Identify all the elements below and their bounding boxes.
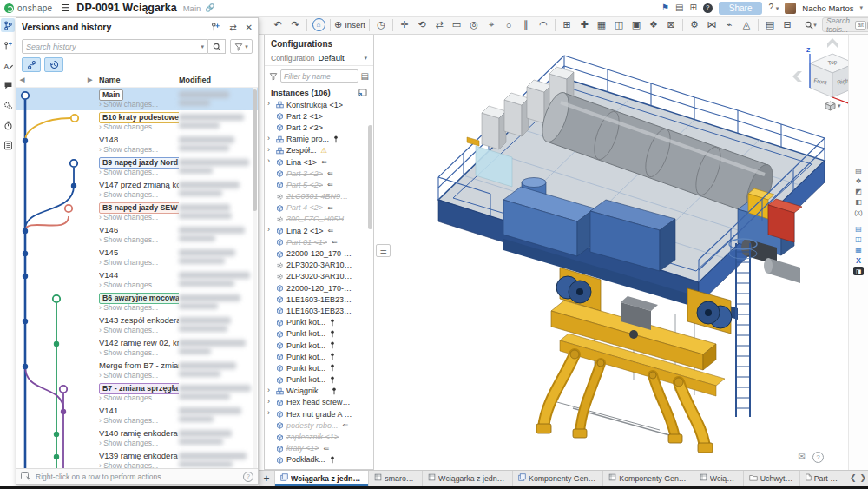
search-history-caret-icon[interactable]: ▾: [201, 43, 204, 50]
ball-mate-icon[interactable]: ○: [501, 17, 516, 33]
version-row[interactable]: V140 ramię enkodera re...› Show changes.…: [16, 426, 258, 449]
instance-row[interactable]: ›Lina <1>⇐: [265, 156, 373, 168]
feedback-icon[interactable]: ✉: [799, 452, 806, 463]
instance-row[interactable]: Part 2 <1>: [265, 110, 373, 122]
pin-slot-mate-icon[interactable]: ⌖: [483, 17, 499, 33]
notifications-icon[interactable]: ⚑: [661, 3, 669, 12]
pattern-icon[interactable]: ▣: [628, 17, 644, 33]
instance-row[interactable]: Punkt kot...: [265, 374, 373, 386]
linear-pattern-icon[interactable]: ▦: [594, 17, 609, 33]
instance-row[interactable]: 22000-120_170-120_17...: [265, 248, 373, 259]
version-row[interactable]: B8 napęd jazdy SEW› Show changes...: [16, 201, 258, 223]
modified-column-header[interactable]: Modified: [179, 76, 211, 84]
release-notes-icon[interactable]: [1, 138, 15, 152]
avatar[interactable]: [785, 3, 796, 14]
bom-icon[interactable]: ⊟: [779, 17, 795, 33]
version-row[interactable]: B9 napęd jazdy Nord› Show changes...: [16, 155, 258, 178]
redo-icon[interactable]: ↷: [287, 17, 303, 33]
show-changes-link[interactable]: › Show changes...: [99, 461, 158, 468]
instance-row[interactable]: ›Hex head screw grade ...: [265, 397, 373, 408]
version-row[interactable]: B6 awaryjne mocowani...› Show changes...: [16, 291, 258, 314]
expand-graph-icon[interactable]: ▶: [88, 76, 92, 83]
app-render-icon[interactable]: ◨: [853, 267, 864, 275]
instances-scrollbar[interactable]: [368, 125, 372, 229]
mate-connector-icon[interactable]: ✚: [576, 17, 592, 33]
instance-row[interactable]: 1LE1603-1EB23-4FB4-...: [265, 305, 373, 316]
new-tab-button[interactable]: +: [259, 471, 274, 486]
collapse-graph-icon[interactable]: ◀: [20, 76, 24, 83]
element-tab[interactable]: Komponenty Genesis - ...: [602, 471, 693, 486]
show-changes-link[interactable]: › Show changes...: [99, 303, 158, 312]
structure-panel-toggle[interactable]: ☰: [376, 244, 391, 257]
graph-view-toggle[interactable]: [22, 57, 41, 72]
parts-list-panel-icon[interactable]: ❖: [852, 177, 865, 186]
comments-icon[interactable]: [1, 78, 15, 92]
version-row[interactable]: V146› Show changes...: [16, 223, 258, 246]
share-button[interactable]: Share: [719, 2, 763, 15]
instance-row[interactable]: ›Konstrukcja <1>: [265, 99, 373, 110]
element-tab[interactable]: Wciągarka z jednym bę...: [274, 471, 368, 486]
instance-row[interactable]: Punkt kot...: [265, 351, 373, 362]
element-tab[interactable]: Wciągarka z jednym bę...: [422, 471, 512, 486]
show-changes-link[interactable]: › Show changes...: [99, 122, 158, 131]
viewport-help-icon[interactable]: ?: [812, 452, 824, 463]
app-document-icon[interactable]: ▤: [852, 225, 865, 234]
screw-relation-icon[interactable]: ⌁: [721, 17, 737, 33]
versions-scrollbar[interactable]: [253, 88, 257, 468]
version-row[interactable]: V143 zespół enkodera re...› Show changes…: [16, 314, 258, 336]
expand-caret-icon[interactable]: ›: [267, 156, 270, 165]
instance-row[interactable]: zaplecznik <1>: [265, 431, 373, 442]
instance-row[interactable]: Punkt kot...: [265, 328, 373, 340]
instance-row[interactable]: Part 5 <2>⇐: [265, 179, 373, 190]
bom-panel-icon[interactable]: ▤: [852, 167, 865, 175]
instance-row[interactable]: 300_FZG_H05H10F50...: [265, 214, 373, 225]
version-row[interactable]: V145› Show changes...: [16, 246, 258, 268]
app-x-icon[interactable]: X: [852, 256, 865, 265]
show-changes-link[interactable]: › Show changes...: [99, 190, 158, 199]
replicate-icon[interactable]: ❖: [646, 17, 661, 33]
instance-row[interactable]: ›Ramię pro...: [265, 134, 373, 145]
gear-relation-icon[interactable]: ⚙: [687, 17, 702, 33]
search-tools-input[interactable]: Search tools... alt c: [822, 17, 868, 32]
slider-mate-icon[interactable]: ⇄: [431, 17, 447, 33]
show-changes-link[interactable]: › Show changes...: [99, 145, 158, 154]
version-row[interactable]: V147 przed zmianą kolor...› Show changes…: [16, 178, 258, 201]
version-row[interactable]: B7 - zmiana sprzęgła do...› Show changes…: [16, 381, 258, 404]
user-menu-caret-icon[interactable]: ▾: [859, 4, 863, 11]
element-tab[interactable]: Wciągarka: [694, 471, 743, 486]
version-row[interactable]: Main› Show changes...: [16, 88, 258, 110]
view-settings-button[interactable]: ▾: [825, 101, 841, 111]
create-version-icon[interactable]: [210, 22, 220, 32]
element-tab[interactable]: Part Stu...: [799, 471, 845, 486]
instance-row[interactable]: ›Zespół...⚠: [265, 145, 373, 156]
instance-row[interactable]: 22000-120_170-120_17...: [265, 282, 373, 294]
element-tab[interactable]: Uchwyt kraty: [743, 471, 799, 486]
version-row[interactable]: V148› Show changes...: [16, 133, 258, 155]
close-panel-icon[interactable]: ✕: [246, 23, 253, 32]
show-changes-link[interactable]: › Show changes...: [99, 393, 158, 402]
search-history-button[interactable]: [208, 39, 226, 54]
instance-row[interactable]: Part 01 <1>⇐: [265, 236, 373, 248]
revolute-mate-icon[interactable]: ⟲: [414, 17, 430, 33]
learning-center-icon[interactable]: ▤: [675, 3, 683, 12]
expand-caret-icon[interactable]: ›: [267, 225, 270, 234]
filter-history-button[interactable]: ▾: [230, 39, 253, 54]
app-store-icon[interactable]: ⊞: [689, 3, 696, 12]
create-version-icon[interactable]: [1, 38, 15, 52]
belt-relation-icon[interactable]: ◬: [739, 17, 754, 33]
expand-caret-icon[interactable]: ›: [267, 408, 270, 417]
search-tools-icon[interactable]: ▾: [803, 17, 819, 33]
instance-row[interactable]: 2LP3020-3AR10-0AA0-...: [265, 271, 373, 282]
history-view-toggle[interactable]: [44, 57, 63, 72]
show-changes-link[interactable]: › Show changes...: [99, 371, 158, 380]
performance-icon[interactable]: [1, 118, 15, 132]
show-changes-link[interactable]: › Show changes...: [99, 326, 158, 334]
main-menu-icon[interactable]: ☰: [61, 3, 69, 14]
cylindrical-mate-icon[interactable]: ◎: [466, 17, 482, 33]
named-positions-icon[interactable]: ◷: [373, 17, 389, 33]
exploded-view-icon[interactable]: ▤: [762, 17, 778, 33]
instance-row[interactable]: ›Hex nut grade A & B M3...: [265, 408, 373, 420]
instance-row[interactable]: podesty robo...⇐: [265, 420, 373, 431]
instance-row[interactable]: Punkt kot...: [265, 317, 373, 328]
insert-to-document-icon[interactable]: [358, 89, 367, 97]
